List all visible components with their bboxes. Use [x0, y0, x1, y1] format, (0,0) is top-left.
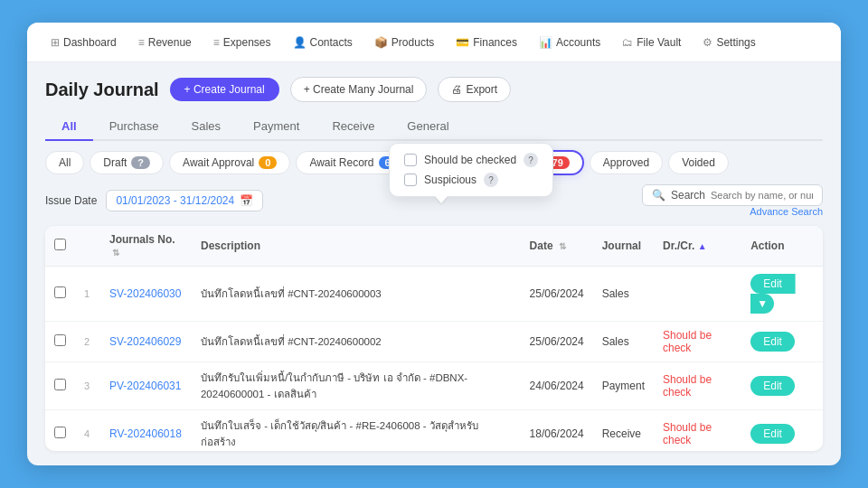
dr-cr-sort-icon[interactable]: ▲: [698, 241, 707, 251]
row-num-cell: 1: [75, 267, 100, 322]
row-action-cell: Edit▼: [741, 267, 823, 322]
row-checkbox[interactable]: [54, 379, 66, 390]
table-row: 3 PV-202406031 บันทึกรับในเพิ่มหนี้/ในกำ…: [45, 362, 823, 410]
nav-settings[interactable]: ⚙ Settings: [693, 31, 764, 54]
revenue-icon: ≡: [138, 36, 145, 49]
dr-cr-status: Should be check: [663, 421, 712, 446]
th-action: Action: [741, 226, 823, 267]
nav-dashboard[interactable]: ⊞ Dashboard: [42, 31, 126, 54]
search-icon: 🔍: [652, 189, 665, 202]
journal-link[interactable]: SV-202406030: [109, 287, 181, 300]
date-range-value: 01/01/2023 - 31/12/2024: [116, 194, 234, 207]
date-sort-icon[interactable]: ⇅: [559, 241, 566, 251]
row-description: บันทึกรับในเพิ่มหนี้/ในกำกับภาษี - บริษั…: [201, 372, 467, 399]
contacts-icon: 👤: [293, 36, 307, 49]
row-checkbox[interactable]: [54, 286, 66, 298]
th-journals-no: Journals No. ⇅: [100, 226, 192, 267]
advance-search-link[interactable]: Advance Search: [750, 206, 823, 217]
logo-icon: [770, 25, 790, 45]
edit-button[interactable]: Edit: [750, 332, 795, 352]
nav-accounts[interactable]: 📊 Accounts: [530, 31, 609, 54]
journals-no-sort-icon[interactable]: ⇅: [112, 248, 119, 258]
journal-link[interactable]: PV-202406031: [109, 380, 181, 392]
create-many-journal-button[interactable]: + Create Many Journal: [290, 77, 428, 102]
row-date-cell: 24/06/2024: [521, 362, 593, 410]
status-await-approval-button[interactable]: Await Approval 0: [169, 151, 290, 174]
edit-dropdown-button[interactable]: ▼: [750, 294, 774, 314]
export-button[interactable]: 🖨 Export: [438, 77, 511, 102]
row-dr-cr-cell: Should be check: [654, 410, 741, 452]
create-journal-button[interactable]: + Create Journal: [170, 78, 279, 101]
status-draft-label: Draft: [103, 156, 127, 169]
edit-button[interactable]: Edit: [750, 274, 796, 294]
row-num: 4: [84, 428, 90, 439]
row-checkbox[interactable]: [54, 334, 66, 346]
tab-sales[interactable]: Sales: [175, 113, 238, 141]
dr-cr-status: Should be check: [663, 329, 712, 354]
row-dr-cr-cell: [654, 267, 741, 322]
row-description-cell: บันทึกใบเสร็จ - เด็กใช้วัสดุ/สินค้า - #R…: [192, 410, 521, 452]
suspicious-checkbox[interactable]: [404, 174, 417, 186]
status-draft-button[interactable]: Draft ?: [90, 151, 164, 174]
nav-dashboard-label: Dashboard: [63, 36, 117, 49]
row-action-cell: Edit: [741, 410, 823, 452]
create-journal-label: + Create Journal: [184, 83, 265, 96]
row-date: 25/06/2024: [530, 287, 584, 300]
should-be-checked-checkbox[interactable]: [404, 154, 417, 166]
date-range-picker[interactable]: 01/01/2023 - 31/12/2024 📅: [106, 190, 263, 211]
row-journal-cell: Payment: [593, 362, 654, 410]
nav-finances[interactable]: 💳 Finances: [447, 31, 526, 54]
content-area: Daily Journal + Create Journal + Create …: [27, 62, 841, 465]
edit-button[interactable]: Edit: [750, 376, 795, 396]
nav-revenue[interactable]: ≡ Revenue: [129, 31, 201, 54]
row-description: บันทึกโลดหนี้เลขที่ #CNT-20240600002: [201, 336, 382, 347]
row-description-cell: บันทึกโลดหนี้เลขที่ #CNT-20240600003: [192, 267, 521, 322]
voided-label: Voided: [682, 156, 715, 169]
tab-payment[interactable]: Payment: [237, 113, 316, 141]
settings-icon: ⚙: [703, 36, 712, 49]
should-be-checked-help-icon[interactable]: ?: [524, 153, 538, 167]
file-vault-icon: 🗂: [622, 36, 633, 49]
finances-icon: 💳: [456, 36, 469, 49]
nav-contacts[interactable]: 👤 Contacts: [284, 31, 362, 54]
select-all-checkbox[interactable]: [54, 239, 66, 250]
status-approved-button[interactable]: Approved: [590, 151, 663, 174]
journal-link[interactable]: RV-202406018: [109, 427, 182, 440]
status-all-button[interactable]: All: [45, 151, 84, 174]
row-journals-no-cell: PV-202406031: [100, 362, 192, 410]
status-voided-button[interactable]: Voided: [668, 151, 729, 174]
expenses-icon: ≡: [213, 36, 220, 49]
tab-all[interactable]: All: [45, 113, 93, 141]
nav-products[interactable]: 📦 Products: [365, 31, 443, 54]
approved-label: Approved: [603, 156, 649, 169]
page-header: Daily Journal + Create Journal + Create …: [45, 77, 823, 102]
row-dr-cr-cell: Should be check: [654, 322, 741, 362]
logo-text: PEAK: [794, 28, 835, 43]
row-checkbox[interactable]: [54, 427, 66, 438]
row-num-cell: 4: [75, 410, 100, 452]
suspicious-label: Suspicious: [424, 174, 476, 186]
row-journals-no-cell: RV-202406018: [100, 410, 192, 452]
search-label: Search: [671, 189, 705, 202]
tab-purchase[interactable]: Purchase: [93, 113, 175, 141]
draft-badge: ?: [131, 156, 150, 169]
tab-receive[interactable]: Receive: [316, 113, 391, 141]
nav-accounts-label: Accounts: [556, 36, 600, 49]
tab-general[interactable]: General: [391, 113, 465, 141]
search-input[interactable]: [711, 190, 813, 201]
nav-products-label: Products: [392, 36, 434, 49]
row-checkbox-cell: [45, 362, 75, 410]
calendar-icon: 📅: [240, 194, 253, 207]
create-many-label: + Create Many Journal: [304, 83, 414, 96]
row-dr-cr-cell: Should be check: [654, 362, 741, 410]
await-approval-label: Await Approval: [183, 156, 254, 169]
edit-button[interactable]: Edit: [750, 424, 795, 444]
row-date-cell: 25/06/2024: [521, 322, 593, 362]
nav-expenses[interactable]: ≡ Expenses: [204, 31, 280, 54]
nav-file-vault[interactable]: 🗂 File Vault: [613, 31, 690, 54]
row-journal-cell: Sales: [593, 322, 654, 362]
suspicious-help-icon[interactable]: ?: [484, 173, 498, 187]
row-journals-no-cell: SV-202406030: [100, 267, 192, 322]
journal-link[interactable]: SV-202406029: [109, 335, 181, 348]
nav-revenue-label: Revenue: [148, 36, 192, 49]
